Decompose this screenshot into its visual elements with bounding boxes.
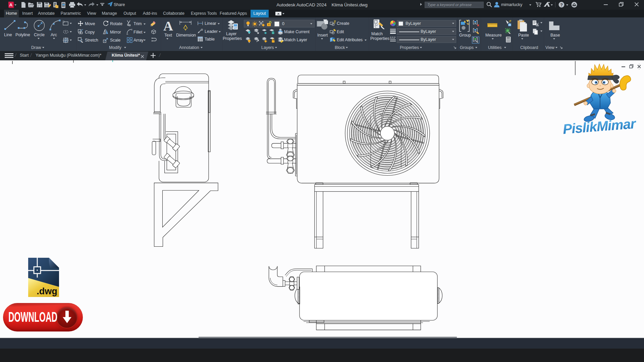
svg-text:?: ? [560,3,563,7]
svg-text:.dwg: .dwg [37,286,57,296]
svg-text:PislikMimar: PislikMimar [562,116,637,137]
